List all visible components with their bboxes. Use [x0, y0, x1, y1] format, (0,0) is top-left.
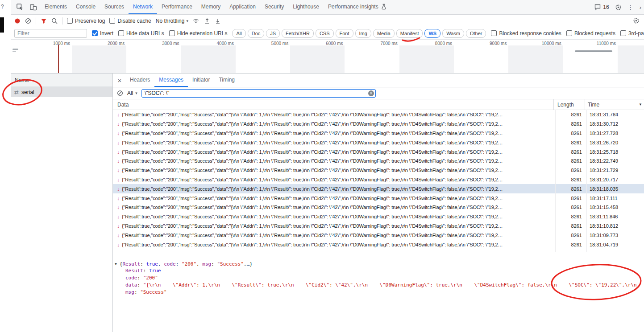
request-type-ws[interactable]: WS	[424, 29, 440, 38]
device-toolbar-icon[interactable]	[27, 0, 40, 14]
ws-message-row[interactable]: ↓{"Result":true,"code":"200","msg":"Succ…	[113, 203, 644, 212]
filter-toggle-button[interactable]	[41, 18, 47, 24]
received-message-icon: ↓	[115, 186, 122, 192]
detail-tab-headers[interactable]: Headers	[125, 74, 154, 87]
clear-filter-icon[interactable]: ×	[368, 90, 374, 96]
message-time: 18:31:09.773	[586, 230, 644, 240]
chevron-down-icon: ▾	[135, 91, 137, 95]
settings-gear-icon[interactable]	[615, 4, 622, 11]
search-button[interactable]	[51, 18, 58, 24]
overflow-chevron-icon[interactable]: ›	[640, 4, 641, 11]
tab-elements[interactable]: Elements	[40, 0, 71, 14]
checkbox-unchecked[interactable]	[169, 30, 175, 36]
request-type-wasm[interactable]: Wasm	[442, 29, 464, 38]
network-settings-button[interactable]	[633, 17, 640, 24]
message-type-select[interactable]: All ▾	[127, 90, 137, 96]
request-type-media[interactable]: Media	[373, 29, 395, 38]
ws-message-row[interactable]: ↓{"Result":true,"code":"200","msg":"Succ…	[113, 110, 644, 119]
request-type-all[interactable]: All	[232, 29, 245, 38]
request-type-font[interactable]: Font	[336, 29, 353, 38]
invert-checkbox[interactable]: Invert	[92, 30, 113, 37]
tab-lighthouse[interactable]: Lighthouse	[288, 0, 324, 14]
ws-message-row[interactable]: ↓{"Result":true,"code":"200","msg":"Succ…	[113, 175, 644, 184]
request-type-img[interactable]: Img	[355, 29, 371, 38]
checkbox-unchecked[interactable]	[491, 30, 497, 36]
tab-memory[interactable]: Memory	[197, 0, 225, 14]
tab-console[interactable]: Console	[71, 0, 100, 14]
close-detail-icon[interactable]: ×	[114, 74, 125, 87]
request-type-fetch-xhr[interactable]: Fetch/XHR	[282, 29, 314, 38]
token-str: "200"	[143, 275, 158, 281]
console-messages-button[interactable]: 16	[594, 4, 609, 11]
ws-message-row[interactable]: ↓{"Result":true,"code":"200","msg":"Succ…	[113, 240, 644, 249]
timeline-overview[interactable]: 1000 ms2000 ms3000 ms4000 ms5000 ms6000 …	[11, 40, 644, 74]
tab-sources[interactable]: Sources	[100, 0, 129, 14]
detail-tab-timing[interactable]: Timing	[214, 74, 239, 87]
request-type-js[interactable]: JS	[266, 29, 280, 38]
checkbox-checked[interactable]	[92, 30, 98, 36]
blocked-response-cookies-checkbox[interactable]: Blocked response cookies	[491, 30, 561, 37]
tab-security[interactable]: Security	[260, 0, 288, 14]
checkbox-unchecked[interactable]	[620, 30, 626, 36]
token-str: "Success"	[140, 289, 167, 295]
timeline-tick-label: 5000 ms	[261, 41, 288, 46]
ws-message-row[interactable]: ↓{"Result":true,"code":"200","msg":"Succ…	[113, 147, 644, 156]
ws-message-row[interactable]: ↓{"Result":true,"code":"200","msg":"Succ…	[113, 156, 644, 166]
record-button[interactable]	[14, 18, 21, 24]
column-header-data[interactable]: Data	[113, 102, 553, 108]
ws-message-row[interactable]: ↓{"Result":true,"code":"200","msg":"Succ…	[113, 212, 644, 221]
third-party-requests-checkbox[interactable]: 3rd-party requests	[620, 30, 644, 37]
ws-message-row[interactable]: ↓{"Result":true,"code":"200","msg":"Succ…	[113, 230, 644, 240]
ws-message-row[interactable]: ↓{"Result":true,"code":"200","msg":"Succ…	[113, 166, 644, 175]
throttling-select[interactable]: No throttling ▾	[156, 18, 188, 24]
ws-message-row[interactable]: ↓{"Result":true,"code":"200","msg":"Succ…	[113, 119, 644, 129]
ws-message-row[interactable]: ↓{"Result":true,"code":"200","msg":"Succ…	[113, 184, 644, 193]
request-type-css[interactable]: CSS	[316, 29, 334, 38]
preserve-log-checkbox[interactable]: Preserve log	[67, 18, 105, 24]
detail-tab-messages[interactable]: Messages	[154, 74, 188, 87]
message-data: {"Result":true,"code":"200","msg":"Succe…	[122, 140, 555, 145]
tab-performance-insights[interactable]: Performance insights	[324, 0, 391, 14]
column-header-length[interactable]: Length	[553, 99, 585, 110]
blocked-requests-checkbox[interactable]: Blocked requests	[566, 30, 615, 37]
checkbox-unchecked[interactable]	[566, 30, 572, 36]
request-type-other[interactable]: Other	[466, 29, 486, 38]
token-str: "Success"	[217, 261, 244, 267]
clear-messages-icon[interactable]	[117, 90, 123, 96]
ws-message-row[interactable]: ↓{"Result":true,"code":"200","msg":"Succ…	[113, 221, 644, 231]
request-type-doc[interactable]: Doc	[248, 29, 265, 38]
message-filter-input[interactable]	[141, 89, 376, 98]
preview-line: msg: "Success"	[125, 289, 644, 296]
detail-tab-initiator[interactable]: Initiator	[188, 74, 214, 87]
inspect-icon[interactable]	[13, 0, 27, 14]
message-length: 8261	[555, 129, 586, 138]
clear-network-log-button[interactable]	[25, 18, 31, 24]
column-header-time[interactable]: Time ▼	[585, 99, 644, 110]
messages-table-header: Data Length Time ▼	[113, 99, 644, 110]
network-conditions-icon[interactable]	[193, 17, 199, 24]
preview-expander[interactable]: ▼ {Result: true, code: "200", msg: "Succ…	[113, 260, 644, 267]
import-har-button[interactable]	[204, 17, 210, 24]
hide-data-urls-checkbox[interactable]: Hide data URLs	[118, 30, 164, 37]
tab-application[interactable]: Application	[225, 0, 260, 14]
request-row-serial[interactable]: ⇄ serial	[11, 87, 112, 97]
tab-performance[interactable]: Performance	[157, 0, 197, 14]
hide-extension-urls-checkbox[interactable]: Hide extension URLs	[169, 30, 228, 37]
message-data: {"Result":true,"code":"200","msg":"Succe…	[122, 158, 555, 164]
tab-network[interactable]: Network	[129, 0, 157, 14]
checkbox-unchecked[interactable]	[118, 30, 124, 36]
network-toolbar: Preserve log Disable cache No throttling…	[11, 15, 644, 27]
ws-message-row[interactable]: ↓{"Result":true,"code":"200","msg":"Succ…	[113, 129, 644, 138]
checkbox-unchecked[interactable]	[109, 18, 115, 24]
tab-label: Sources	[104, 4, 124, 10]
network-filter-input[interactable]	[14, 29, 87, 38]
export-har-button[interactable]	[215, 17, 221, 24]
ws-message-row[interactable]: ↓{"Result":true,"code":"200","msg":"Succ…	[113, 193, 644, 203]
tab-label: Elements	[45, 4, 67, 10]
checkbox-unchecked[interactable]	[67, 18, 73, 24]
disable-cache-checkbox[interactable]: Disable cache	[109, 18, 151, 24]
message-data: {"Result":true,"code":"200","msg":"Succe…	[122, 168, 555, 173]
ws-message-row[interactable]: ↓{"Result":true,"code":"200","msg":"Succ…	[113, 138, 644, 147]
menu-kebab-icon[interactable]: ⋮	[627, 4, 634, 11]
request-type-manifest[interactable]: Manifest	[396, 29, 423, 38]
